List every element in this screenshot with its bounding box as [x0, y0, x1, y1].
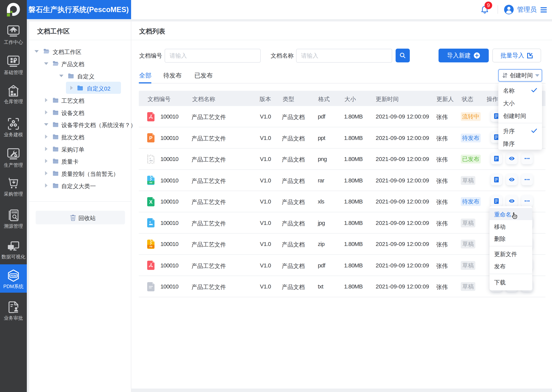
svg-text:P: P: [149, 135, 152, 141]
svg-text:X: X: [149, 199, 153, 205]
svg-text:rar: rar: [149, 181, 152, 183]
svg-text:zip: zip: [149, 245, 152, 247]
